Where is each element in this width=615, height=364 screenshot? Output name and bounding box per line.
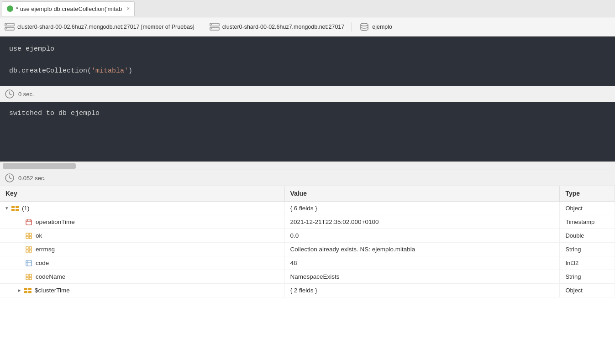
table-row: errmsgCollection already exists. NS: eje…	[0, 243, 615, 256]
table-cell-key: ▾ (1)	[0, 201, 284, 215]
separator-1	[202, 22, 202, 31]
results-table-container: Key Value Type ▾ (1){ 6 fields }Object o…	[0, 186, 615, 364]
table-header-row: Key Value Type	[0, 186, 615, 201]
timing-text-2: 0.052 sec.	[18, 175, 46, 182]
connection-label-1: cluster0-shard-00-02.6huz7.mongodb.net:2…	[17, 24, 194, 30]
svg-line-11	[10, 94, 11, 95]
table-cell-value: { 6 fields }	[284, 201, 560, 215]
svg-point-2	[6, 24, 7, 25]
grid-icon	[25, 246, 33, 253]
key-text: errmsg	[36, 246, 55, 253]
col-header-value: Value	[284, 186, 560, 201]
svg-rect-39	[28, 288, 32, 290]
output-text: switched to db ejemplo	[9, 109, 100, 117]
svg-rect-26	[29, 236, 32, 239]
svg-rect-23	[26, 233, 28, 235]
table-cell-value: 0.0	[284, 229, 560, 243]
key-text: codeName	[36, 273, 65, 280]
clock-icon-2	[5, 173, 15, 183]
table-cell-key: operationTime	[0, 215, 284, 229]
active-tab[interactable]: * use ejemplo db.createCollection('mitab…	[2, 1, 135, 16]
timing-text-1: 0 sec.	[18, 91, 34, 98]
table-cell-type: Double	[560, 229, 615, 243]
svg-rect-25	[26, 236, 28, 239]
connection-item-2: cluster0-shard-00-02.6huz7.mongodb.net:2…	[210, 23, 345, 31]
svg-line-14	[10, 178, 11, 179]
key-text: code	[36, 260, 49, 266]
svg-rect-31	[26, 260, 32, 266]
scrollbar-area[interactable]	[0, 161, 615, 170]
col-header-key: Key	[0, 186, 284, 201]
collapse-arrow[interactable]: ▾	[5, 205, 8, 211]
table-cell-type: Object	[560, 284, 615, 297]
tab-leaf-icon	[7, 5, 13, 12]
svg-rect-27	[26, 247, 28, 249]
svg-rect-18	[16, 209, 19, 211]
svg-rect-38	[24, 288, 27, 290]
grid-icon	[25, 274, 33, 280]
calendar-icon	[25, 219, 33, 225]
table-cell-value: Collection already exists. NS: ejemplo.m…	[284, 243, 560, 256]
table-cell-type: String	[560, 243, 615, 256]
svg-rect-40	[24, 291, 27, 293]
object-icon	[11, 205, 19, 212]
code-close-paren: )	[128, 67, 132, 75]
tab-bar: * use ejemplo db.createCollection('mitab…	[0, 0, 615, 17]
results-table: Key Value Type ▾ (1){ 6 fields }Object o…	[0, 186, 615, 297]
connection-item-3: ejemplo	[359, 23, 392, 31]
svg-rect-35	[29, 274, 32, 276]
code-line-1: use ejemplo	[9, 44, 606, 55]
svg-point-6	[211, 24, 212, 25]
svg-rect-30	[29, 250, 32, 252]
tab-close-button[interactable]: ×	[126, 5, 130, 12]
connection-item-1: cluster0-shard-00-02.6huz7.mongodb.net:2…	[5, 23, 194, 31]
table-cell-type: Timestamp	[560, 215, 615, 229]
hash-icon	[25, 260, 33, 266]
svg-rect-36	[26, 277, 28, 280]
svg-point-7	[211, 28, 212, 29]
table-cell-key: ok	[0, 229, 284, 243]
key-text: ok	[36, 232, 42, 239]
svg-rect-15	[11, 206, 15, 208]
table-row: code48Int32	[0, 256, 615, 270]
svg-rect-19	[26, 220, 32, 225]
svg-rect-28	[29, 247, 32, 249]
connection-bar: cluster0-shard-00-02.6huz7.mongodb.net:2…	[0, 17, 615, 36]
svg-rect-34	[26, 274, 28, 276]
grid-icon	[25, 233, 33, 239]
key-text: $clusterTime	[35, 287, 70, 294]
svg-rect-37	[29, 277, 32, 280]
svg-rect-41	[28, 291, 32, 293]
clock-icon-1	[5, 89, 15, 99]
table-cell-type: Int32	[560, 256, 615, 270]
svg-rect-29	[26, 250, 28, 252]
database-icon	[359, 23, 369, 31]
table-cell-value: 2021-12-21T22:35:02.000+0100	[284, 215, 560, 229]
code-editor[interactable]: use ejemplo db.createCollection('mitabla…	[0, 36, 615, 86]
server-icon-2	[210, 23, 220, 31]
svg-rect-24	[29, 233, 32, 235]
expand-arrow[interactable]: ▸	[18, 287, 21, 293]
code-string-arg: 'mitabla'	[91, 67, 128, 75]
table-row: operationTime2021-12-21T22:35:02.000+010…	[0, 215, 615, 229]
col-header-type: Type	[560, 186, 615, 201]
table-cell-value: NamespaceExists	[284, 270, 560, 284]
svg-rect-16	[16, 206, 19, 208]
table-cell-key: ▸ $clusterTime	[0, 284, 284, 297]
table-row: codeNameNamespaceExistsString	[0, 270, 615, 284]
table-cell-key: codeName	[0, 270, 284, 284]
table-cell-type: Object	[560, 201, 615, 215]
object-icon	[24, 287, 32, 294]
separator-2	[352, 22, 352, 31]
table-row: ok0.0Double	[0, 229, 615, 243]
code-use-keyword: use ejemplo	[9, 45, 54, 53]
timing-bar-2: 0.052 sec.	[0, 170, 615, 186]
horizontal-scrollbar[interactable]	[3, 163, 76, 169]
table-cell-key: code	[0, 256, 284, 270]
output-area: switched to db ejemplo	[0, 102, 615, 161]
table-cell-value: 48	[284, 256, 560, 270]
app-window: * use ejemplo db.createCollection('mitab…	[0, 0, 615, 364]
table-cell-key: errmsg	[0, 243, 284, 256]
svg-point-8	[361, 23, 368, 26]
table-row: ▸ $clusterTime{ 2 fields }Object	[0, 284, 615, 297]
